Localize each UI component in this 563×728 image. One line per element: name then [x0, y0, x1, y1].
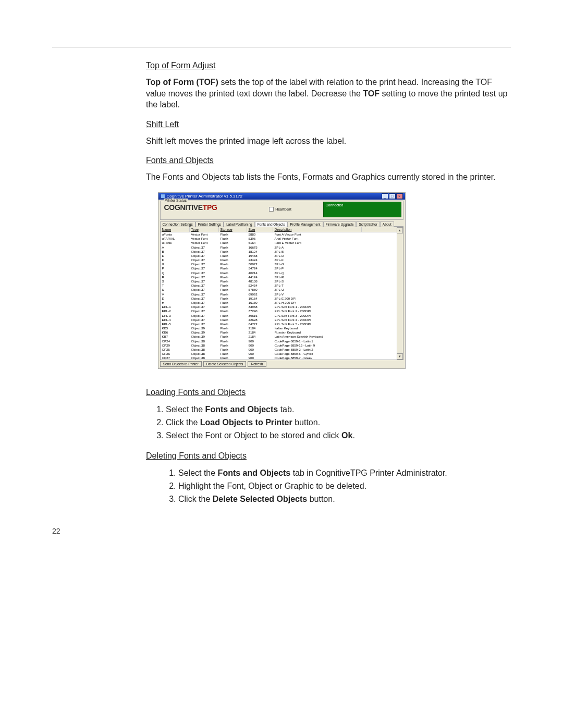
list-item[interactable]: EPL-5Object 37Flash64772EPL Soft Font 5 …: [161, 322, 397, 326]
cell-type: Object 37: [190, 262, 219, 266]
cell-size: 37240: [247, 309, 273, 313]
cell-desc: Russian Keyboard: [273, 330, 362, 335]
cell-type: Object 37: [190, 318, 219, 322]
cell-storage: Flash: [219, 237, 247, 241]
cell-type: Object 39: [190, 330, 219, 335]
list-item[interactable]: RObject 37Flash44124ZPL-R: [161, 275, 397, 279]
list-item[interactable]: uFonteVector FontFlash6164Font E Vector …: [161, 241, 397, 245]
cell-desc: ZPL-P: [273, 266, 362, 270]
cell-desc: EPL Soft Font 3 - 200DPI: [273, 314, 362, 318]
cell-type: Object 37: [190, 250, 219, 254]
ds1b: Fonts and Objects: [218, 468, 291, 477]
cell-desc: ZPL-R: [273, 275, 362, 279]
col-storage[interactable]: Storage: [219, 227, 247, 232]
list-item[interactable]: GObject 37Flash30072ZPL-G: [161, 262, 397, 266]
scrollbar[interactable]: ▴ ▾: [397, 227, 403, 360]
fo-heading: Fonts and Objects: [146, 156, 511, 165]
list-item[interactable]: TObject 37Flash52454ZPL-T: [161, 283, 397, 288]
list-item[interactable]: KB5Object 39Flash2184Italian Keyboard: [161, 326, 397, 330]
list-item[interactable]: EPL-4Object 37Flash42628EPL Soft Font 4 …: [161, 318, 397, 322]
tab-fonts-and-objects[interactable]: Fonts and Objects: [255, 221, 288, 227]
cell-desc: ZPL-U: [273, 288, 362, 292]
list-item[interactable]: EPL-2Object 37Flash37240EPL Soft Font 2 …: [161, 309, 397, 313]
cell-name: CP25: [161, 348, 190, 352]
cell-name: CP26: [161, 352, 190, 356]
cell-storage: Flash: [219, 232, 247, 237]
cell-type: Object 37: [190, 292, 219, 297]
cell-size: 69092: [247, 292, 273, 297]
tab-profile-management[interactable]: Profile Management: [287, 221, 323, 227]
cell-desc: ZPL-V: [273, 292, 362, 297]
list-item[interactable]: SObject 37Flash48138ZPL-S: [161, 279, 397, 283]
cell-type: Object 37: [190, 283, 219, 288]
list-item[interactable]: KB7Object 39Flash2184Latin American Span…: [161, 335, 397, 339]
cell-size: 900: [247, 356, 273, 360]
tab-label-positioning[interactable]: Label Positioning: [224, 221, 255, 227]
minimize-icon[interactable]: _: [382, 193, 388, 199]
list-item[interactable]: uFARIALVector FontFlash5396Arial Vector …: [161, 237, 397, 241]
list-item[interactable]: PObject 37Flash34724ZPL-P: [161, 266, 397, 270]
list-item[interactable]: DObject 37Flash19468ZPL-D: [161, 254, 397, 258]
list-item[interactable]: HObject 37Flash16130ZPL-H 200 DPI: [161, 301, 397, 305]
list-item[interactable]: FObject 37Flash23424ZPL-F: [161, 258, 397, 262]
cell-storage: Flash: [219, 330, 247, 335]
maximize-icon[interactable]: □: [389, 193, 396, 199]
cell-name: D: [161, 254, 190, 258]
col-type[interactable]: Type: [190, 227, 219, 232]
list-item[interactable]: EObject 37Flash19164ZPL-E 200 DPI: [161, 297, 397, 301]
tab-firmware-upgrade[interactable]: Firmware Upgrade: [323, 221, 357, 227]
list-item[interactable]: BObject 37Flash18124ZPL-B: [161, 250, 397, 254]
send-objects-button[interactable]: Send Objects to Printer: [160, 361, 202, 367]
shift-heading: Shift Left: [146, 120, 511, 129]
cell-storage: Flash: [219, 339, 247, 343]
close-icon[interactable]: ×: [396, 193, 403, 199]
cell-spacer: [362, 283, 397, 288]
scroll-up-icon[interactable]: ▴: [397, 227, 403, 233]
cell-size: 5880: [247, 232, 273, 237]
cell-size: 16675: [247, 245, 273, 250]
col-description[interactable]: Description: [273, 227, 362, 232]
cell-name: CP24: [161, 339, 190, 343]
list-item[interactable]: UObject 37Flash57860ZPL-U: [161, 288, 397, 292]
cell-size: 18124: [247, 250, 273, 254]
cell-size: 42628: [247, 318, 273, 322]
cell-spacer: [362, 309, 397, 313]
cell-spacer: [362, 279, 397, 283]
cell-spacer: [362, 314, 397, 318]
col-size[interactable]: Size: [247, 227, 273, 232]
logo: COGNITIVETPG: [162, 202, 238, 217]
refresh-button[interactable]: Refresh: [248, 361, 266, 367]
object-list[interactable]: Name Type Storage Size Description uFont…: [160, 227, 403, 360]
cell-name: CP27: [161, 356, 190, 360]
tab-script-editor[interactable]: Script Editor: [356, 221, 380, 227]
list-item[interactable]: CP26Object 38Flash900CodePage 8859-5 - C…: [161, 352, 397, 356]
cell-type: Object 38: [190, 339, 219, 343]
col-name[interactable]: Name: [161, 227, 190, 232]
fo-body: The Fonts and Objects tab lists the Font…: [146, 171, 511, 183]
list-item[interactable]: EPL-1Object 37Flash33968EPL Soft Font 1 …: [161, 305, 397, 309]
list-item[interactable]: VObject 37Flash69092ZPL-V: [161, 292, 397, 297]
list-item[interactable]: AObject 37Flash16675ZPL-A: [161, 245, 397, 250]
delete-selected-button[interactable]: Delete Selected Objects: [203, 361, 247, 367]
cell-spacer: [362, 266, 397, 270]
cell-spacer: [362, 258, 397, 262]
list-item[interactable]: CP29Object 38Flash900CodePage 8859-15 - …: [161, 343, 397, 348]
list-item[interactable]: KB6Object 39Flash2184Russian Keyboard: [161, 330, 397, 335]
app-icon: [161, 194, 165, 199]
list-item[interactable]: uFontaVector FontFlash5880Font A Vector …: [161, 232, 397, 237]
list-item[interactable]: QObject 37Flash40214ZPL-Q: [161, 271, 397, 275]
tab-printer-settings[interactable]: Printer Settings: [195, 221, 224, 227]
list-item[interactable]: CP27Object 38Flash900CodePage 8859-7 - G…: [161, 356, 397, 360]
list-item[interactable]: CP24Object 38Flash900CodePage 8859-1 - L…: [161, 339, 397, 343]
list-item[interactable]: CP25Object 38Flash900CodePage 8859-2 - L…: [161, 348, 397, 352]
tab-connection-settings[interactable]: Connection Settings: [160, 221, 195, 227]
cell-name: T: [161, 283, 190, 288]
list-header: Name Type Storage Size Description: [161, 227, 403, 232]
titlebar[interactable]: Cognitive Printer Administrator v1.5.317…: [158, 193, 405, 200]
tab-about[interactable]: About: [380, 221, 394, 227]
cell-type: Object 37: [190, 279, 219, 283]
cell-name: KB5: [161, 326, 190, 330]
heartbeat-checkbox[interactable]: [269, 207, 274, 212]
list-item[interactable]: EPL-3Object 37Flash39616EPL Soft Font 3 …: [161, 314, 397, 318]
scroll-down-icon[interactable]: ▾: [397, 353, 403, 360]
